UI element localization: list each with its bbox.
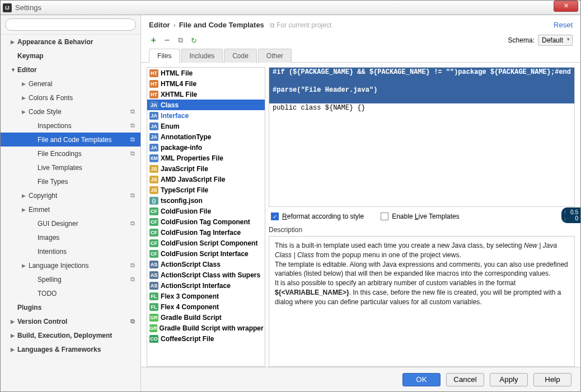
sidebar-item-intentions[interactable]: Intentions [1,244,140,258]
tree-label: Spelling [38,276,62,284]
template-label: Interface [161,112,189,120]
ok-button[interactable]: OK [402,373,441,386]
arrow-icon: ▶ [22,193,29,199]
help-button[interactable]: Help [533,373,571,386]
file-type-icon: FL [149,303,158,311]
sidebar-item-file-types[interactable]: File Types [1,174,140,188]
template-coldfusion-file[interactable]: CFColdFusion File [147,206,265,216]
tab-includes[interactable]: Includes [181,49,223,63]
template-actionscript-class-with-supers[interactable]: ASActionScript Class with Supers [147,270,265,280]
sidebar-item-emmet[interactable]: ▶Emmet [1,202,140,216]
template-coldfusion-script-component[interactable]: CFColdFusion Script Component [147,238,265,248]
template-label: Flex 4 Component [161,303,219,311]
reset-link[interactable]: Reset [554,21,573,29]
template-label: ColdFusion Script Component [161,239,257,247]
sidebar-item-version-control[interactable]: ▶Version Control⧉ [1,314,140,328]
tree-label: Intentions [38,248,67,256]
sidebar-item-copyright[interactable]: ▶Copyright⧉ [1,188,140,202]
template-label: AnnotationType [161,133,211,141]
sidebar-item-languages-frameworks[interactable]: ▶Languages & Frameworks [1,342,140,356]
sidebar-item-appearance-behavior[interactable]: ▶Appearance & Behavior [1,35,140,49]
file-type-icon: HT [149,91,158,98]
window-title: Settings [15,3,554,12]
sidebar-item-plugins[interactable]: Plugins [1,300,140,314]
file-type-icon: HT [149,69,158,77]
sidebar-item-file-encodings[interactable]: File Encodings⧉ [1,147,140,160]
sidebar-item-colors-fonts[interactable]: ▶Colors & Fonts [1,91,140,105]
tab-files[interactable]: Files [149,49,180,63]
template-annotationtype[interactable]: JAAnnotationType [147,131,265,142]
template-label: Gradle Build Script with wrapper [160,324,264,332]
code-editor[interactable]: #if (${PACKAGE_NAME} && ${PACKAGE_NAME} … [269,67,575,207]
sidebar-item-images[interactable]: Images [1,230,140,244]
template-enum[interactable]: JAEnum [147,121,265,131]
live-templates-checkbox[interactable]: Enable Live Templates [381,212,460,220]
sidebar-item-keymap[interactable]: Keymap [1,49,140,63]
template-interface[interactable]: JAInterface [147,110,265,121]
template-tabs: FilesIncludesCodeOther [141,48,580,63]
tab-other[interactable]: Other [258,49,292,63]
sidebar-item-build-execution-deployment[interactable]: ▶Build, Execution, Deployment [1,328,140,342]
file-type-icon: CF [149,218,158,226]
reformat-checkbox[interactable]: ✓ Reformat according to style [271,212,364,220]
sidebar-item-todo[interactable]: TODO [1,286,140,300]
app-icon: IJ [3,3,12,12]
tree-label: Build, Execution, Deployment [17,332,112,339]
cancel-button[interactable]: Cancel [446,373,484,386]
refresh-icon[interactable]: ↻ [189,36,198,45]
sidebar-item-general[interactable]: ▶General [1,77,140,91]
remove-icon[interactable]: − [162,36,171,45]
sidebar-item-inspections[interactable]: Inspections⧉ [1,119,140,133]
template-html4-file[interactable]: HTHTML4 File [147,78,265,89]
template-coffeescript-file[interactable]: COCoffeeScript File [147,333,265,344]
template-javascript-file[interactable]: JSJavaScript File [147,163,265,174]
template-label: HTML File [161,69,193,77]
sidebar-item-live-templates[interactable]: Live Templates [1,160,140,174]
template-label: Enum [161,122,179,130]
template-coldfusion-tag-component[interactable]: CFColdFusion Tag Component [147,216,265,227]
file-type-icon: JA [149,101,158,109]
sidebar-item-editor[interactable]: ▼Editor [1,63,140,77]
template-gradle-build-script[interactable]: GRGradle Build Script [147,312,265,323]
search-input[interactable] [5,18,136,31]
schema-select[interactable]: Default [538,35,573,46]
template-typescript-file[interactable]: JSTypeScript File [147,185,265,195]
template-package-info[interactable]: JApackage-info [147,142,265,153]
scope-badge-icon: ⧉ [130,262,135,269]
template-coldfusion-tag-interface[interactable]: CFColdFusion Tag Interface [147,227,265,238]
template-coldfusion-script-interface[interactable]: CFColdFusion Script Interface [147,248,265,259]
template-class[interactable]: JAClass [147,100,265,110]
template-amd-javascript-file[interactable]: JSAMD JavaScript File [147,174,265,185]
template-html-file[interactable]: HTHTML File [147,68,265,78]
template-label: tsconfig.json [161,197,203,205]
sidebar-item-file-and-code-templates[interactable]: File and Code Templates⧉ [1,133,140,147]
template-actionscript-interface[interactable]: ASActionScript Interface [147,280,265,291]
template-tsconfig-json[interactable]: {}tsconfig.json [147,195,265,206]
template-flex-4-component[interactable]: FLFlex 4 Component [147,301,265,312]
template-xml-properties-file[interactable]: XMXML Properties File [147,153,265,163]
sidebar-item-code-style[interactable]: ▶Code Style⧉ [1,105,140,119]
template-actionscript-class[interactable]: ASActionScript Class [147,259,265,270]
file-type-icon: CF [149,229,158,237]
template-flex-3-component[interactable]: FLFlex 3 Component [147,291,265,301]
sidebar-item-language-injections[interactable]: ▶Language Injections⧉ [1,258,140,272]
sidebar-item-spelling[interactable]: Spelling⧉ [1,272,140,286]
template-xhtml-file[interactable]: HTXHTML File [147,89,265,100]
scope-badge-icon: ⧉ [130,192,135,199]
scope-badge-icon: ⧉ [130,122,135,129]
float-badge: ↑0.5 ↓0 [561,207,580,223]
template-gradle-build-script-with-wrapper[interactable]: GRGradle Build Script with wrapper [147,323,265,333]
sidebar-item-gui-designer[interactable]: GUI Designer⧉ [1,216,140,230]
add-icon[interactable]: + [149,36,158,45]
file-type-icon: CF [149,250,158,258]
template-label: XML Properties File [161,154,223,162]
file-type-icon: JA [149,133,158,141]
close-button[interactable]: ✕ [554,1,578,12]
scope-label: ⧉ For current project [270,21,331,29]
tab-code[interactable]: Code [224,49,257,63]
apply-button[interactable]: Apply [490,373,528,386]
file-type-icon: JS [149,186,158,194]
copy-icon[interactable]: ⧉ [176,36,185,45]
template-list[interactable]: HTHTML FileHTHTML4 FileHTXHTML FileJACla… [147,67,265,367]
tree-label: Keymap [17,52,44,60]
